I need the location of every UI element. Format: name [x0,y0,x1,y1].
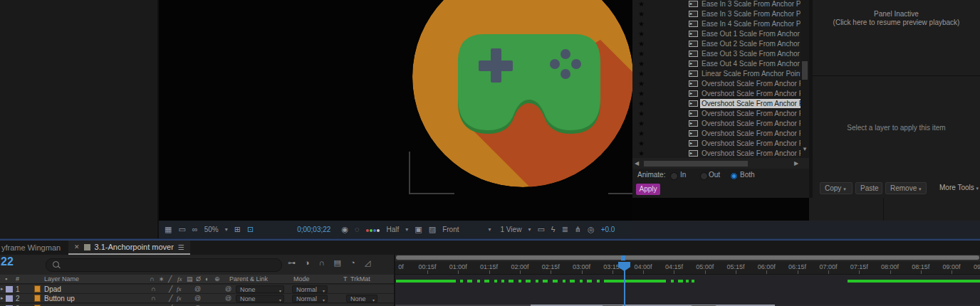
favorite-star-icon[interactable]: ★ [638,149,645,157]
channels-icon[interactable] [366,226,380,233]
chevron-down-icon[interactable]: ▾ [528,226,531,233]
tab-keyframe-wingman[interactable]: yframe Wingman [1,243,61,252]
paste-button[interactable]: Paste [855,182,882,194]
roi-corner-left[interactable] [409,152,410,194]
column-trkmat[interactable]: TrkMat [350,275,370,283]
scrollbar-thumb[interactable] [644,161,748,167]
motion-blur-icon[interactable]: ╱ [169,295,172,302]
preset-label[interactable]: Ease Out 3 Scale From Anchor Point [700,49,801,58]
preset-row[interactable]: ★▸Ease In 4 Scale From Anchor Point [632,19,801,28]
parent-dropdown[interactable]: None▾ [236,285,284,293]
blend-mode-dropdown[interactable]: Normal▾ [292,285,328,293]
radio-label[interactable]: Out [709,171,720,179]
preset-row[interactable]: ★▸Ease In 3 Scale From Anchor Point [632,9,801,19]
mini-flowchart-icon[interactable]: ⊶ [288,259,296,267]
favorite-star-icon[interactable]: ★ [638,90,645,97]
mask-visibility-icon[interactable]: ▣ [415,226,422,233]
favorite-star-icon[interactable]: ★ [638,20,645,28]
region-of-interest-icon[interactable]: ⊡ [247,226,254,233]
time-navigator[interactable] [395,255,980,261]
favorite-star-icon[interactable]: ★ [638,130,645,137]
graph-editor-icon[interactable]: ◿ [365,259,370,267]
preset-row[interactable]: ★▸Overshoot Scale From Anchor Point [632,89,801,98]
parent-pickwhip-icon[interactable]: @ [225,295,231,302]
favorite-star-icon[interactable]: ★ [638,70,645,78]
blend-mode-dropdown[interactable]: Normal▾ [292,295,328,302]
roi-corner-right-h[interactable] [608,193,632,194]
trkmat-dropdown[interactable]: None▾ [346,295,377,302]
preset-label[interactable]: Ease In 3 Scale From Anchor Point [700,9,801,19]
composition-viewport[interactable] [159,0,632,221]
preset-row[interactable]: ★▸Ease Out 1 Scale From Anchor Point [632,29,801,38]
column-number[interactable]: # [16,275,19,283]
quality-icon[interactable]: ◐ [205,275,209,283]
always-preview-icon[interactable]: ▦ [165,226,172,233]
favorite-star-icon[interactable]: ★ [638,139,645,147]
radio-both[interactable] [730,172,738,180]
chevron-down-icon[interactable]: ▾ [489,226,491,233]
favorite-star-icon[interactable]: ★ [638,120,645,127]
preset-label[interactable]: Ease In 4 Scale From Anchor Point [700,19,801,28]
label-color-icon[interactable]: ▪ [5,275,7,283]
scroll-left-arrow-icon[interactable]: ◀ [635,160,639,167]
roi-corner-left-h[interactable] [409,193,454,194]
parent-dropdown[interactable]: None▾ [236,295,284,302]
shy-icon[interactable]: ∩ [150,275,154,283]
preset-label[interactable]: Overshoot Scale From Anchor Point [700,89,801,98]
label-color-swatch[interactable] [6,286,13,292]
chevron-down-icon[interactable]: ▾ [225,226,228,233]
label-color-swatch[interactable] [6,295,13,302]
favorite-star-icon[interactable]: ★ [638,0,645,8]
favorite-star-icon[interactable]: ★ [638,30,645,38]
scroll-right-arrow-icon[interactable]: ▶ [794,160,798,167]
shy-icon[interactable]: ∩ [151,295,155,302]
preset-row[interactable]: ★▸Overshoot Scale From Anchor Point [632,149,801,158]
layer-name[interactable]: Button up [44,295,75,302]
apply-button[interactable]: Apply [636,184,660,195]
fx-icon[interactable]: fx [177,275,182,283]
preset-label[interactable]: Overshoot Scale From Anchor Point [700,99,801,108]
favorite-star-icon[interactable]: ★ [638,100,645,107]
close-tab-icon[interactable]: ✕ [74,243,80,250]
pixel-aspect-icon[interactable]: ▭ [537,226,544,233]
pickwhip-icon[interactable]: @ [194,285,201,292]
panel-inactive-message[interactable]: Panel Inactive (Click here to resume pre… [813,10,980,27]
shy-toggle-icon[interactable]: ∩ [319,259,325,267]
column-layer-name[interactable]: Layer Name [44,275,79,283]
preset-row[interactable]: ★▸Overshoot Scale From Anchor Point [632,129,801,138]
preset-label[interactable]: Overshoot Scale From Anchor Point [700,79,801,88]
preset-label[interactable]: Overshoot Scale From Anchor Point [700,109,801,118]
preset-row[interactable]: ★▸Overshoot Scale From Anchor Point [632,79,801,88]
current-time-field[interactable]: 22 [1,255,14,268]
panel-menu-icon[interactable]: ☰ [178,243,184,251]
motion-blur-toggle-icon[interactable]: ◔ [350,259,355,267]
motion-blur-icon[interactable]: Ø [196,275,201,283]
time-ruler[interactable]: 0f00:15f01:00f01:15f02:00f02:15f03:00f03… [395,261,980,275]
column-t[interactable]: T [343,275,348,283]
frame-blend-icon[interactable]: ▤ [187,275,193,283]
preset-row[interactable]: ★▸Overshoot Scale From Anchor Point [632,99,801,108]
scroll-down-arrow-icon[interactable]: ▼ [802,146,808,152]
favorite-star-icon[interactable]: ★ [638,110,645,117]
twirl-icon[interactable]: ▸ [1,295,4,301]
layer-row[interactable]: ▸1Dpad∩╱fx@@None▾Normal▾ [0,285,394,294]
preset-label[interactable]: Overshoot Scale From Anchor Point [700,129,801,138]
preset-label[interactable]: Overshoot Scale From Anchor Point [700,149,801,158]
main-viewer-icon[interactable]: ▭ [178,226,185,233]
exposure-reset-icon[interactable]: ◎ [588,226,595,233]
pencil-icon[interactable]: ╱ [168,275,172,283]
search-input[interactable] [46,258,282,272]
scrollbar-thumb[interactable] [802,61,808,80]
fast-preview-icon[interactable]: ϟ [551,226,556,233]
flowchart-icon[interactable]: ⋔ [575,226,581,233]
show-snapshot-icon[interactable]: ◌ [355,226,360,233]
draft-3d-icon[interactable]: ◑ [305,259,310,267]
favorite-star-icon[interactable]: ★ [638,80,645,88]
playhead-navigator-tick[interactable] [621,255,625,260]
favorite-star-icon[interactable]: ★ [638,60,645,68]
preset-row[interactable]: ★▸Ease Out 4 Scale From Anchor Point [632,59,801,68]
column-parent-link[interactable]: Parent & Link [229,275,268,283]
layer-name[interactable]: Dpad [44,285,61,293]
preset-row[interactable]: ★▸Overshoot Scale From Anchor Point [632,109,801,118]
stereo-3d-icon[interactable]: ∞ [192,226,198,233]
